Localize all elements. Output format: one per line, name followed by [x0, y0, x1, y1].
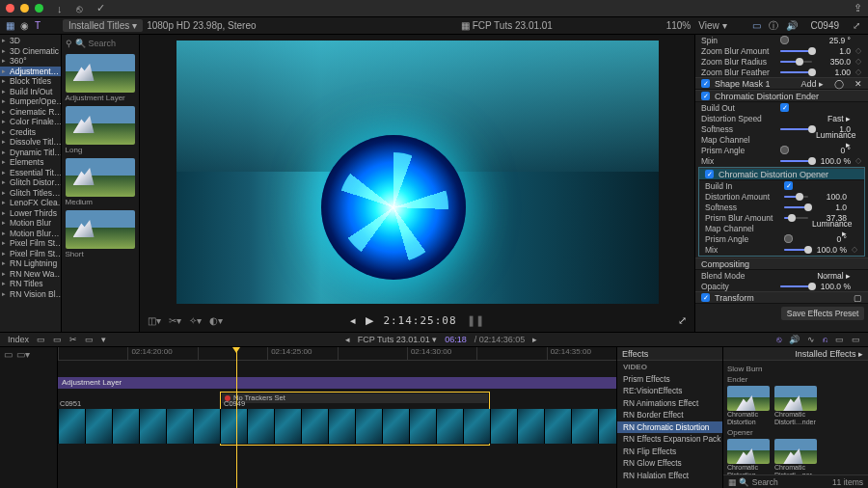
timeline-index-button[interactable]: Index — [8, 335, 29, 344]
background-tasks-icon[interactable]: ✓ — [96, 2, 105, 14]
category-item[interactable]: RN Lightning — [0, 258, 61, 269]
param-value[interactable]: 1.00 — [816, 68, 851, 77]
skimming-icon[interactable]: ⎋ — [776, 335, 781, 344]
slider[interactable] — [784, 217, 808, 219]
fx-search-icon[interactable]: 🔍 — [739, 477, 749, 487]
checkbox[interactable]: ✓ — [784, 181, 793, 190]
library-icon[interactable]: ▦ — [6, 20, 14, 31]
param-value[interactable]: 0 ° — [812, 234, 847, 244]
category-item[interactable]: RN Vision Bl… — [0, 289, 61, 300]
add-mask[interactable]: Add ▸ — [800, 79, 824, 89]
category-item[interactable]: 360° — [0, 56, 61, 67]
slider[interactable] — [784, 196, 808, 198]
category-item[interactable]: RN New Wa… — [0, 269, 61, 280]
category-item[interactable]: Dynamic Titl… — [0, 148, 61, 158]
shape-mask-section[interactable]: ✓Shape Mask 1Add ▸◯✕ — [695, 77, 868, 90]
category-item[interactable]: Lower Thirds — [0, 208, 61, 219]
expand-inspector-icon[interactable]: ⤢ — [853, 20, 860, 31]
prev-edit-icon[interactable]: ◂ — [345, 335, 350, 344]
ender-section[interactable]: ✓Chromatic Distortion Ender — [695, 90, 868, 102]
param-value[interactable]: 0 ° — [816, 146, 851, 155]
snap-icon[interactable]: ⎌ — [823, 335, 827, 344]
timeline-project-dropdown[interactable]: FCP Tuts 23.01.01 ▾ — [358, 335, 437, 344]
category-item[interactable]: Dissolve Titl… — [0, 137, 61, 148]
viewer-timecode[interactable]: 2:14:25:08 — [383, 314, 456, 327]
effect-category[interactable]: RE:VisionEffects — [617, 385, 722, 397]
keyword-icon[interactable]: ⎋ — [76, 3, 83, 14]
photos-icon[interactable]: ◉ — [20, 20, 29, 31]
titles-dropdown[interactable]: Installed Titles ▾ — [63, 19, 143, 32]
slider[interactable] — [780, 61, 812, 63]
solo-icon[interactable]: ∿ — [807, 335, 815, 344]
category-item[interactable]: LenoFX Clea… — [0, 198, 61, 208]
inspector-tab-info[interactable]: ⓘ — [769, 19, 778, 33]
dial-control[interactable] — [780, 36, 789, 44]
param-value[interactable]: 1.0 — [816, 46, 851, 56]
slider[interactable] — [784, 249, 808, 251]
fullscreen-icon[interactable]: ⤢ — [678, 314, 687, 327]
checkbox[interactable]: ✓ — [780, 103, 789, 112]
slider[interactable] — [780, 285, 812, 287]
title-thumbnail[interactable]: Long — [66, 106, 135, 154]
tl-layout-2[interactable]: ▭ — [852, 335, 860, 344]
inspector-tab-video[interactable]: ▭ — [752, 20, 761, 31]
tracker-indicator[interactable]: No Trackers Set — [222, 393, 488, 403]
audio-skim-icon[interactable]: 🔊 — [789, 335, 800, 344]
transform-section[interactable]: ✓Transform▢ — [695, 291, 868, 304]
crop-tool-icon[interactable]: ✂▾ — [169, 315, 181, 326]
next-edit-icon[interactable]: ▸ — [532, 335, 537, 344]
category-item[interactable]: Glitch Titles… — [0, 188, 61, 199]
effect-category[interactable]: RN Animations Effect — [617, 397, 722, 410]
next-frame-icon[interactable]: ❚❚ — [467, 314, 484, 327]
effect-category[interactable]: RN Chromatic Distortion — [617, 421, 722, 434]
browser-search[interactable]: ⚲ 🔍 — [66, 37, 135, 50]
scale-tool-icon[interactable]: ◫▾ — [148, 315, 161, 326]
param-value[interactable]: 100.0 % — [816, 156, 851, 166]
fx-view-grid-icon[interactable]: ▦ — [728, 477, 737, 487]
tl-zoom-icon[interactable]: ▭▾ — [16, 349, 30, 360]
effect-category[interactable]: RN Halation Effect — [617, 470, 722, 482]
category-item[interactable]: Motion Blur — [0, 218, 61, 229]
effect-category[interactable]: RN Effects Expansion Pack — [617, 433, 722, 446]
slider[interactable] — [784, 206, 808, 208]
slider[interactable] — [780, 128, 812, 130]
keyframe-icon[interactable]: ◇ — [854, 68, 862, 76]
video-clip[interactable] — [58, 409, 616, 444]
effect-category[interactable]: RN Flip Effects — [617, 446, 722, 458]
param-value[interactable]: 100.0 % — [816, 282, 851, 291]
import-icon[interactable]: ↓ — [57, 3, 63, 14]
keyframe-icon[interactable]: ◇ — [854, 57, 862, 66]
title-thumbnail[interactable]: Short — [66, 210, 135, 258]
category-item[interactable]: Adjustment… — [0, 67, 61, 77]
tl-select-tool[interactable]: ▾ — [101, 335, 106, 344]
param-value[interactable]: Normal ▸ — [816, 271, 851, 281]
category-item[interactable]: 3D — [0, 36, 61, 46]
effect-category[interactable]: Prism Effects — [617, 373, 722, 386]
param-value[interactable]: 25.9 ° — [816, 36, 851, 45]
tl-tool-2[interactable]: ▭ — [53, 335, 62, 344]
title-thumbnail[interactable]: Medium — [66, 158, 135, 206]
category-item[interactable]: Essential Tit… — [0, 168, 61, 178]
category-item[interactable]: Credits — [0, 127, 61, 138]
view-menu[interactable]: View ▾ — [698, 20, 726, 31]
category-item[interactable]: Elements — [0, 157, 61, 168]
effect-category[interactable]: RN Glow Effects — [617, 457, 722, 470]
title-thumbnail[interactable]: Adjustment Layer — [66, 54, 135, 102]
param-value[interactable]: 100.0 — [812, 192, 847, 202]
inspector-tab-audio[interactable]: 🔊 — [786, 20, 798, 31]
effect-thumbnail[interactable]: Chromatic Distorti…ner 02 — [774, 439, 817, 474]
slider[interactable] — [780, 50, 812, 52]
reset-icon[interactable]: ▢ — [854, 293, 862, 303]
slider[interactable] — [780, 160, 812, 162]
enhance-tool-icon[interactable]: ✧▾ — [189, 315, 202, 326]
tl-tool-1[interactable]: ▭ — [37, 335, 45, 344]
mask-options-icon[interactable]: ◯ — [834, 79, 844, 89]
tl-tool-4[interactable]: ▭ — [85, 335, 94, 344]
category-item[interactable]: Pixel Film St… — [0, 249, 61, 259]
category-item[interactable]: Glitch Distor… — [0, 177, 61, 188]
prev-frame-icon[interactable]: ◂ — [350, 314, 356, 327]
tl-appearance-icon[interactable]: ▭ — [4, 349, 13, 360]
save-preset-button[interactable]: Save Effects Preset — [781, 307, 864, 320]
category-item[interactable]: 3D Cinematic — [0, 46, 61, 57]
filter-icon[interactable]: ⚲ — [66, 39, 72, 48]
